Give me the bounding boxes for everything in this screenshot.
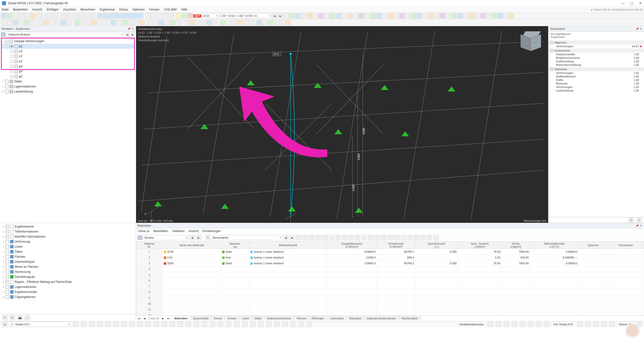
table-row[interactable]: 2 C24 Holz Isotrop | Linear elastisch 11…	[136, 255, 644, 261]
toolbar-btn[interactable]	[318, 13, 324, 19]
menu-fenster[interactable]: Fenster	[149, 7, 160, 12]
material-tab[interactable]: Stabsatzrepräsentanten	[364, 316, 399, 320]
toolbar-btn[interactable]	[126, 13, 132, 19]
material-tab[interactable]: Stabrepräsentanten	[264, 316, 294, 320]
toolbar-btn[interactable]	[18, 13, 24, 19]
toolbar-btn[interactable]	[103, 13, 108, 19]
tree-checkbox[interactable]	[6, 255, 9, 258]
toolbar-btn[interactable]	[66, 13, 72, 19]
toolbar-btn[interactable]: ◀	[272, 13, 277, 19]
status-toolbar-btn[interactable]	[601, 322, 607, 327]
status-toolbar-btn[interactable]	[105, 322, 111, 327]
toolbar-btn[interactable]	[132, 13, 137, 19]
coord-system-select[interactable]: 1 - Global XYZ	[10, 322, 70, 327]
menu-einfuegen[interactable]: Einfügen	[46, 7, 59, 12]
toolbar-btn[interactable]	[365, 13, 370, 19]
materials-menu-gehezu[interactable]: Gehe zu	[138, 229, 149, 233]
toolbar-btn[interactable]	[24, 13, 30, 19]
tree-node-global-def[interactable]: Globale Verformungen	[14, 39, 44, 43]
toolbar-btn[interactable]	[474, 13, 480, 19]
status-toolbar-btn[interactable]	[234, 322, 239, 327]
materials-toolbar-btn[interactable]	[348, 235, 354, 240]
material-tab[interactable]: Dicken	[211, 316, 225, 320]
toolbar-btn[interactable]	[284, 13, 289, 19]
materials-toolbar-btn[interactable]	[427, 235, 432, 240]
materials-toolbar-btn[interactable]	[316, 235, 321, 240]
panel-close-icon[interactable]: ✕	[639, 224, 642, 227]
toolbar-btn[interactable]	[434, 13, 439, 19]
status-toolbar-btn[interactable]	[520, 322, 525, 327]
status-toolbar-btn[interactable]	[250, 322, 256, 327]
toolbar-btn[interactable]	[446, 13, 451, 19]
tree-checkbox[interactable]	[6, 250, 9, 253]
status-toolbar-btn[interactable]	[512, 322, 517, 327]
material-tab[interactable]: Knoten	[225, 316, 239, 320]
menu-berechnen[interactable]: Berechnen	[80, 7, 96, 12]
tree-checkbox[interactable]	[6, 265, 9, 269]
materials-toolbar-btn[interactable]	[303, 235, 308, 240]
tree-item-label[interactable]: Clippingebenen	[15, 295, 35, 299]
tree-radio[interactable]	[10, 70, 13, 73]
materials-table[interactable]: MaterialNr.Name des MaterialsMaterial-ty…	[136, 241, 644, 315]
toolbar-btn[interactable]	[324, 13, 330, 19]
toolbar-btn[interactable]	[347, 13, 353, 19]
toolbar-btn[interactable]	[279, 20, 285, 25]
toolbar-btn[interactable]	[307, 13, 312, 19]
material-tab[interactable]: Materialien	[171, 316, 190, 320]
status-toolbar-btn[interactable]	[226, 322, 231, 327]
tree-checkbox[interactable]	[6, 240, 9, 243]
toolbar-btn[interactable]	[359, 13, 364, 19]
struct-select[interactable]: Struktur	[143, 235, 188, 240]
material-tab[interactable]: Querschnitte	[190, 316, 211, 320]
status-toolbar-btn[interactable]	[186, 322, 191, 327]
materials-toolbar-btn[interactable]	[375, 235, 380, 240]
toolbar-btn[interactable]	[376, 13, 382, 19]
prop-value[interactable]: 1.00	[621, 56, 639, 59]
status-toolbar-btn[interactable]	[129, 322, 135, 327]
toolbar-btn[interactable]	[189, 20, 195, 25]
toolbar-btn[interactable]	[61, 13, 66, 19]
menu-datei[interactable]: Datei	[1, 7, 9, 12]
toolbar-btn[interactable]	[7, 20, 12, 25]
table-header[interactable]: MaterialNr.	[136, 242, 163, 249]
tree-item-label[interactable]: Ergebnisschnitte	[15, 290, 37, 294]
panel-pin-icon[interactable]: 📌	[635, 27, 639, 30]
status-toolbar-btn[interactable]	[544, 322, 549, 327]
toolbar-btn[interactable]	[30, 13, 35, 19]
toolbar-btn[interactable]	[151, 13, 156, 19]
panel-close-icon[interactable]: ✕	[131, 27, 134, 30]
toolbar-btn[interactable]	[74, 20, 79, 25]
tree-item-label[interactable]: Rippen - Effektiver Beitrag auf Fläche/S…	[15, 280, 72, 284]
tree-checkbox[interactable]	[6, 245, 9, 248]
toolbar-btn[interactable]	[469, 13, 474, 19]
materials-toolbar-btn[interactable]	[414, 235, 419, 240]
tree-radio[interactable]	[10, 55, 13, 58]
toolbar-btn[interactable]	[388, 13, 393, 19]
tree-radio[interactable]	[10, 65, 13, 68]
tree-item-label[interactable]: Ergebniswerte	[15, 225, 34, 228]
toolbar-btn[interactable]	[47, 13, 53, 19]
toolbar-btn[interactable]	[163, 13, 168, 19]
tree-item-label[interactable]: Linien	[15, 245, 23, 248]
tree-item-label[interactable]: φX	[19, 65, 23, 68]
table-header[interactable]: Material-typ	[221, 242, 249, 249]
status-toolbar-btn[interactable]	[306, 322, 312, 327]
toolbar-btn[interactable]	[509, 13, 515, 19]
materials-toolbar-btn[interactable]	[329, 235, 334, 240]
toolbar-btn[interactable]	[226, 20, 231, 25]
3d-viewport[interactable]: Sichtbarkeitsmodus LK10 : 1.35 * LF10 + …	[136, 26, 548, 223]
tree-item-label[interactable]: Abmessung	[15, 270, 30, 274]
prop-value[interactable]: 1.00	[621, 78, 639, 81]
toolbar-btn[interactable]	[128, 20, 133, 25]
prop-section-header[interactable]: Stabweise	[554, 68, 567, 71]
toolbar-btn[interactable]	[91, 20, 97, 25]
toolbar-btn[interactable]	[30, 20, 35, 25]
minimize-button[interactable]: —	[621, 1, 625, 5]
toolbar-btn[interactable]	[382, 13, 387, 19]
tree-item-label[interactable]: Lagerreaktionen	[15, 285, 36, 289]
toolbar-btn[interactable]	[243, 20, 249, 25]
panel-pin-icon[interactable]: 📌	[127, 27, 131, 30]
toolbar-btn[interactable]	[176, 13, 181, 19]
toolbar-btn[interactable]	[486, 13, 492, 19]
basis-select[interactable]: Basisobjekte	[212, 235, 282, 240]
